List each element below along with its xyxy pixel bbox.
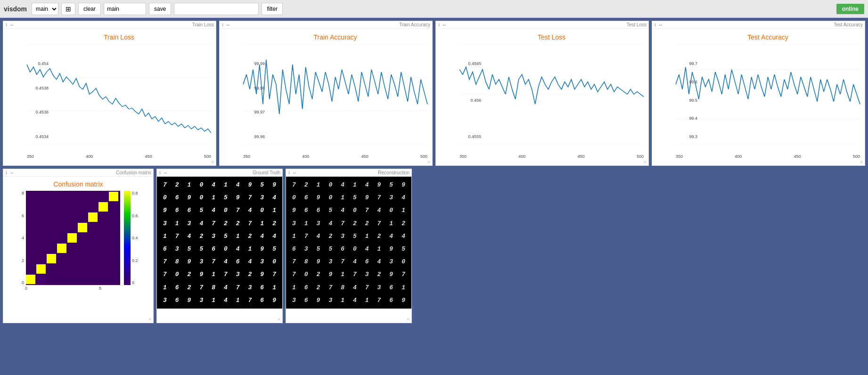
test-accuracy-pin-icon: ↕ <box>654 22 656 27</box>
train-accuracy-pin-icon: ↕ <box>221 22 224 27</box>
train-accuracy-x-axis: 350 400 450 500 <box>243 153 427 159</box>
svg-rect-19 <box>47 254 56 263</box>
chart-row-1: ↕ ↔ Train Loss Train Loss 0.454 0.4538 0… <box>3 21 865 166</box>
main-content: ↕ ↔ Train Loss Train Loss 0.454 0.4538 0… <box>0 18 868 326</box>
app-title: visdom <box>4 5 27 13</box>
confusion-title-label: Confusion matrix <box>116 170 151 175</box>
svg-rect-21 <box>67 233 77 243</box>
ground-truth-row-5: 6355604195 <box>159 243 280 255</box>
test-accuracy-title-label: Test Accuracy <box>834 22 863 27</box>
confusion-chart-title: Confusion matrix <box>7 180 149 188</box>
reconstruction-row-1: 0690159734 <box>288 191 409 204</box>
train-loss-svg <box>27 45 211 144</box>
reconstruction-grid: 7210414959 0690159734 9665407401 3134722… <box>286 177 411 309</box>
test-accuracy-panel: ↕ ↔ Test Accuracy Test Accuracy 99.7 99.… <box>652 21 865 166</box>
save-button[interactable]: save <box>149 3 171 15</box>
test-loss-svg <box>459 45 644 144</box>
reconstruction-row-0: 7210414959 <box>288 179 409 191</box>
reconstruction-pin-icon: ↕ <box>288 170 290 175</box>
reconstruction-title-label: Reconstruction <box>378 170 409 175</box>
train-accuracy-header: ↕ ↔ Train Accuracy <box>220 21 432 29</box>
confusion-resize[interactable]: » <box>148 316 151 322</box>
svg-rect-22 <box>78 223 87 232</box>
test-loss-title-label: Test Loss <box>627 22 647 27</box>
test-loss-chart-title: Test Loss <box>459 33 644 41</box>
test-loss-move-icon: ↔ <box>442 22 447 27</box>
reconstruction-row-7: 7029173297 <box>288 268 409 281</box>
ground-truth-resize[interactable]: » <box>278 316 280 322</box>
train-loss-header: ↕ ↔ Train Loss <box>3 21 216 29</box>
test-loss-pin-icon: ↕ <box>438 22 440 27</box>
train-loss-x-axis: 350 400 450 500 <box>27 153 211 159</box>
ground-truth-row-0: 7210414959 <box>159 179 280 191</box>
reconstruction-move-icon: ↔ <box>292 170 297 175</box>
ground-truth-row-7: 7029173297 <box>159 268 280 281</box>
train-accuracy-chart-area: Train Accuracy 99.99 99.98 99.97 99.96 <box>220 29 432 165</box>
ground-truth-row-3: 3134722712 <box>159 217 280 230</box>
test-accuracy-move-icon: ↔ <box>658 22 663 27</box>
svg-rect-24 <box>98 202 108 212</box>
ground-truth-move-icon: ↔ <box>163 170 168 175</box>
grid-button[interactable]: ⊞ <box>61 3 75 15</box>
reconstruction-row-5: 6355604195 <box>288 243 409 255</box>
reconstruction-panel: ↕ ↔ Reconstruction 7210414959 0690159734… <box>286 169 412 323</box>
train-accuracy-chart-title: Train Accuracy <box>243 33 427 41</box>
ground-truth-grid: 7210414959 0690159734 9665407401 3134722… <box>157 177 282 309</box>
test-loss-x-axis: 350 400 450 500 <box>459 153 644 159</box>
ground-truth-title-label: Ground Truth <box>253 170 280 175</box>
filter-button[interactable]: filter <box>262 3 283 15</box>
test-accuracy-y-axis: 99.7 99.6 99.5 99.4 99.3 <box>677 61 697 139</box>
ground-truth-row-8: 1627847361 <box>159 281 280 294</box>
reconstruction-header: ↕ ↔ Reconstruction <box>286 169 411 177</box>
ground-truth-row-4: 1742351244 <box>159 230 280 243</box>
save-name-input[interactable] <box>104 3 146 15</box>
svg-rect-27 <box>47 275 56 284</box>
test-accuracy-chart-title: Test Accuracy <box>676 33 860 41</box>
svg-rect-23 <box>88 212 98 222</box>
confusion-inner: Confusion matrix 8 6 4 2 0 <box>3 177 153 323</box>
train-accuracy-title-label: Train Accuracy <box>399 22 430 27</box>
test-loss-panel: ↕ ↔ Test Loss Test Loss 0.4565 0.456 0.4… <box>435 21 649 166</box>
reconstruction-row-8: 1627847361 <box>288 281 409 294</box>
clear-button[interactable]: clear <box>78 3 101 15</box>
reconstruction-row-2: 9665407401 <box>288 204 409 217</box>
train-loss-resize[interactable]: » <box>211 159 214 164</box>
train-loss-pin-icon: ↕ <box>5 22 8 27</box>
reconstruction-resize[interactable]: » <box>407 316 409 322</box>
reconstruction-row-6: 7893746430 <box>288 255 409 268</box>
svg-rect-20 <box>57 244 66 253</box>
svg-rect-18 <box>36 264 46 274</box>
train-loss-panel: ↕ ↔ Train Loss Train Loss 0.454 0.4538 0… <box>3 21 216 166</box>
confusion-pin-icon: ↕ <box>5 170 8 175</box>
chart-row-2: ↕ ↔ Confusion matrix Confusion matrix 8 … <box>3 169 865 323</box>
confusion-move-icon: ↔ <box>9 170 14 175</box>
env-select[interactable]: main <box>32 3 58 15</box>
train-accuracy-resize[interactable]: » <box>427 159 430 164</box>
ground-truth-header: ↕ ↔ Ground Truth <box>157 169 282 177</box>
test-accuracy-x-axis: 350 400 450 500 <box>676 153 860 159</box>
ground-truth-panel: ↕ ↔ Ground Truth 7210414959 0690159734 9… <box>156 169 283 323</box>
svg-rect-25 <box>109 192 118 201</box>
online-badge: online <box>836 4 864 14</box>
svg-rect-17 <box>26 275 35 284</box>
train-accuracy-panel: ↕ ↔ Train Accuracy Train Accuracy 99.99 … <box>219 21 433 166</box>
svg-rect-26 <box>36 275 46 284</box>
ground-truth-row-2: 9665407401 <box>159 204 280 217</box>
train-accuracy-y-axis: 99.99 99.98 99.97 99.96 <box>244 61 265 139</box>
toolbar: visdom main ⊞ clear save filter online <box>0 0 868 18</box>
ground-truth-row-6: 7893746430 <box>159 255 280 268</box>
test-loss-chart-area: Test Loss 0.4565 0.456 0.4555 3 <box>436 29 648 165</box>
train-accuracy-move-icon: ↔ <box>226 22 230 27</box>
reconstruction-row-4: 1742351244 <box>288 230 409 243</box>
ground-truth-row-9: 3693141769 <box>159 294 280 307</box>
confusion-matrix-header: ↕ ↔ Confusion matrix <box>3 169 153 177</box>
train-accuracy-svg <box>243 45 427 144</box>
filter-input[interactable] <box>174 3 259 15</box>
ground-truth-pin-icon: ↕ <box>159 170 161 175</box>
reconstruction-row-9: 3693141769 <box>288 294 409 307</box>
test-loss-resize[interactable]: » <box>644 159 647 164</box>
train-loss-chart-area: Train Loss 0.454 0.4538 0.4536 0.4534 <box>3 29 216 165</box>
test-accuracy-resize[interactable]: » <box>860 159 863 164</box>
test-accuracy-header: ↕ ↔ Test Accuracy <box>652 21 865 29</box>
test-loss-y-axis: 0.4565 0.456 0.4555 <box>460 61 481 139</box>
